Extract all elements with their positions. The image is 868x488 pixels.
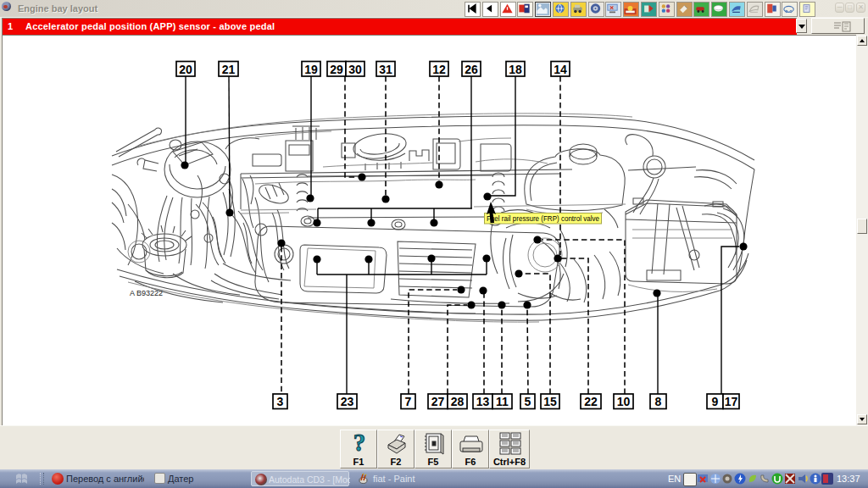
- svg-text:11: 11: [496, 395, 509, 408]
- svg-text:14: 14: [554, 63, 567, 76]
- svg-text:27: 27: [431, 395, 445, 408]
- svg-text:20: 20: [179, 63, 192, 76]
- svg-text:3: 3: [277, 395, 284, 408]
- svg-text:12: 12: [432, 63, 446, 76]
- svg-text:10: 10: [617, 395, 631, 408]
- svg-text:17: 17: [725, 395, 738, 408]
- svg-text:19: 19: [304, 63, 318, 76]
- svg-text:?: ?: [353, 431, 366, 455]
- svg-text:8: 8: [655, 395, 662, 408]
- svg-text:Fuel rail pressure (FRP) contr: Fuel rail pressure (FRP) control valve: [487, 214, 599, 223]
- svg-text:13: 13: [476, 395, 490, 408]
- svg-text:15: 15: [543, 395, 557, 408]
- svg-text:22: 22: [584, 395, 598, 408]
- svg-text:18: 18: [509, 63, 522, 76]
- svg-text:21: 21: [222, 63, 236, 76]
- svg-text:31: 31: [379, 63, 392, 76]
- svg-text:A B93222: A B93222: [130, 289, 163, 297]
- svg-text:26: 26: [465, 63, 478, 76]
- svg-text:9: 9: [712, 395, 719, 408]
- svg-text:7: 7: [405, 395, 412, 408]
- svg-text:30: 30: [348, 63, 362, 76]
- svg-text:28: 28: [451, 395, 465, 408]
- svg-text:5: 5: [525, 395, 531, 408]
- svg-text:29: 29: [330, 63, 343, 76]
- svg-text:23: 23: [341, 395, 354, 408]
